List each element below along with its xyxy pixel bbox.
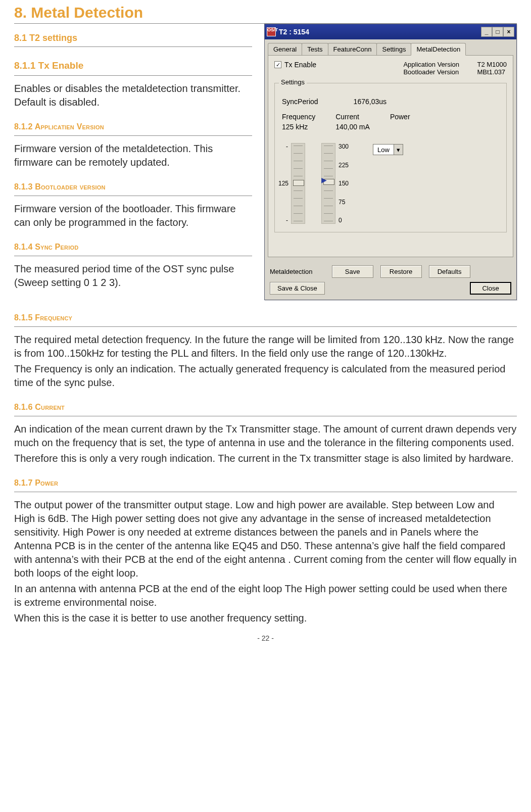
boot-version-value: MBt1.037 [477,68,505,76]
divider [14,326,517,327]
current-slider[interactable]: ▶ [321,143,335,224]
slider2-150: 150 [339,180,349,187]
slider-marker-icon: ▶ [321,176,327,184]
heading-rest: ower [40,479,58,487]
heading-rest: ootloader version [41,182,106,191]
dialog-window: OS/T T2 : 5154 _ □ × General Tests Featu… [264,24,517,300]
chevron-down-icon[interactable]: ▾ [394,145,403,155]
body-8-1-1: Enables or disables the metaldetection t… [14,82,252,109]
tab-tests[interactable]: Tests [302,43,328,56]
slider2-0: 0 [339,217,349,224]
body-8-1-2: Firmware version of the metaldetection. … [14,142,252,169]
frequency-value: 125 kHz [282,123,315,131]
maximize-button[interactable]: □ [492,27,503,37]
body-8-1-7a: The output power of the transmitter outp… [14,498,517,580]
divider [14,46,252,47]
tab-metaldetection[interactable]: MetalDetection [411,43,466,56]
heading-rest: pplicatien Version [40,122,104,131]
power-dropdown[interactable]: Low ▾ [373,144,403,155]
heading-8-1-6: 8.1.6 Current [14,403,517,412]
heading-8-1-5: 8.1.5 Frequency [14,313,517,322]
tx-enable-label: Tx Enable [284,61,316,69]
heading-lead: 8.1.4 S [14,243,40,251]
buttonrow-label: Metaldetection [270,268,313,275]
divider [14,256,252,256]
heading-lead: 8.1.5 F [14,313,40,322]
syncperiod-label: SyncPeriod [282,98,318,106]
slider2-75: 75 [339,199,349,206]
divider [14,492,517,492]
settings-legend: Settings [279,78,307,86]
defaults-button[interactable]: Defaults [429,265,470,278]
body-8-1-3: Firmware version of the bootloader. This… [14,202,252,229]
app-icon: OS/T [267,27,276,36]
save-button[interactable]: Save [332,265,373,278]
heading-lead: 8.1.7 P [14,479,40,487]
power-value: Low [373,146,394,154]
heading-lead: 8.1.3 B [14,182,41,191]
body-8-1-6b: Therefore this is only a very rough indi… [14,452,517,465]
body-8-1-5a: The required metal detection frequency. … [14,333,517,360]
app-version-label: Application Version [403,61,469,68]
titlebar[interactable]: OS/T T2 : 5154 _ □ × [265,24,516,39]
power-label: Power [390,113,410,121]
slider1-top-dash: - [282,143,288,150]
heading-8-1-4: 8.1.4 Sync Period [14,243,252,252]
slider2-225: 225 [339,162,349,169]
body-8-1-6a: An indication of the mean current drawn … [14,422,517,450]
boot-version-label: Bootloader Version [403,68,469,76]
window-title: T2 : 5154 [279,28,309,36]
slider2-300: 300 [339,143,349,150]
body-8-1-4: The measured period time of the OST sync… [14,262,252,290]
settings-group: Settings SyncPeriod 1676,03us Frequency … [274,83,507,232]
body-8-1-7c: When this is the case it is better to us… [14,611,517,625]
tab-panel: ✓ Tx Enable Application Version T2 M1000… [268,55,513,257]
close-window-button[interactable]: × [503,27,514,37]
heading-rest: requency [40,313,72,322]
frequency-label: Frequency [282,113,315,121]
close-button[interactable]: Close [470,282,511,295]
footer-right: - [269,634,274,642]
heading-8-1: 8.1 T2 settings [14,33,252,43]
tab-featureconn[interactable]: FeatureConn [328,43,377,56]
slider1-bot-dash: - [282,217,288,224]
tx-enable-checkbox[interactable]: ✓ [274,61,281,68]
divider [14,416,517,416]
heading-8-1-2: 8.1.2 Applicatien Version [14,122,252,131]
restore-button[interactable]: Restore [380,265,422,278]
syncperiod-value: 1676,03us [354,98,387,106]
heading-rest: urrent [41,403,65,411]
heading-8-1-3: 8.1.3 Bootloader version [14,182,252,192]
divider [14,75,252,76]
page-footer: - 22 - [14,634,517,642]
current-value: 140,00 mA [335,123,370,131]
heading-lead: 8.1.6 C [14,403,41,411]
app-version-value: T2 M1000 [477,61,507,68]
tab-strip: General Tests FeatureConn Settings Metal… [265,39,516,55]
frequency-slider[interactable]: 125 [291,143,305,224]
tab-settings[interactable]: Settings [376,43,411,56]
footer-left: - [257,634,262,642]
tab-general[interactable]: General [268,43,302,56]
body-8-1-7b: In an antenna with antenna PCB at the en… [14,582,517,609]
slider-thumb[interactable] [293,180,304,186]
footer-page-number: 22 [262,634,270,642]
current-label: Current [335,113,370,121]
heading-lead: 8.1.2 A [14,122,40,131]
divider [14,196,252,196]
divider [14,135,252,136]
page-title: 8. Metal Detection [14,4,517,21]
slider1-mid-label: 125 [278,180,288,187]
save-close-button[interactable]: Save & Close [270,282,325,295]
heading-8-1-7: 8.1.7 Power [14,479,517,488]
heading-rest: ync Period [40,243,78,251]
minimize-button[interactable]: _ [481,27,492,37]
heading-8-1-1: 8.1.1 Tx Enable [14,60,252,71]
body-8-1-5b: The Frequency is only an indication. The… [14,362,517,390]
